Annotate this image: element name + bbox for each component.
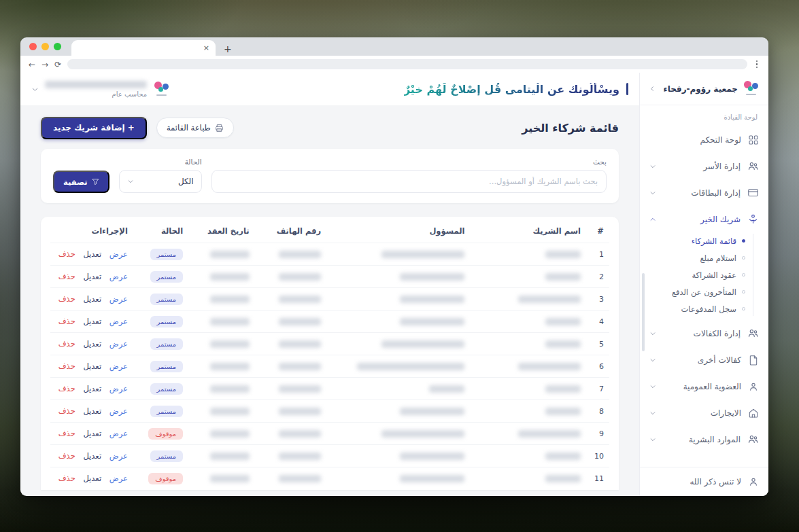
delete-link[interactable]: حذف <box>58 294 75 304</box>
delete-link[interactable]: حذف <box>58 384 75 393</box>
submenu-partnership-contracts[interactable]: عقود الشراكة <box>649 266 745 283</box>
view-link[interactable]: عرض <box>109 451 128 461</box>
bullet-icon <box>742 290 745 294</box>
url-bar[interactable] <box>67 59 747 69</box>
status-select[interactable]: الكل <box>119 170 202 193</box>
forward-icon[interactable]: → <box>41 60 48 69</box>
chevron-down-icon <box>649 410 656 416</box>
sidebar-item-other-sponsorships[interactable]: كفالات أخرى <box>649 347 759 373</box>
funnel-icon <box>92 178 99 185</box>
blurred-partner-name <box>518 296 581 303</box>
edit-link[interactable]: تعديل <box>83 249 101 259</box>
browser-menu-icon[interactable] <box>753 60 760 69</box>
submenu-late-payers[interactable]: المتأخرون عن الدفع <box>649 283 745 300</box>
submenu-payments-log[interactable]: سجل المدفوعات <box>649 300 745 317</box>
view-link[interactable]: عرض <box>109 406 128 416</box>
edit-link[interactable]: تعديل <box>83 272 101 281</box>
filter-button[interactable]: تصفية <box>53 171 109 193</box>
table-header-row: # اسم الشريك المسؤول رقم الهاتف تاريخ ال… <box>50 218 609 243</box>
delete-link[interactable]: حذف <box>58 249 75 259</box>
edit-link[interactable]: تعديل <box>83 361 101 371</box>
close-window-button[interactable] <box>29 43 37 50</box>
blurred-contract-date <box>210 453 250 460</box>
edit-link[interactable]: تعديل <box>83 339 101 349</box>
sidebar-item-general-membership[interactable]: العضوية العمومية <box>649 373 759 400</box>
sidebar-item-remembrance[interactable]: لا تنس ذكر الله <box>649 476 759 487</box>
minimize-window-button[interactable] <box>41 43 49 50</box>
maximize-window-button[interactable] <box>54 43 61 50</box>
sidebar-item-charity-partner[interactable]: شريك الخير <box>649 206 759 232</box>
view-link[interactable]: عرض <box>109 361 128 371</box>
row-number: 3 <box>586 288 609 311</box>
sidebar-item-cards[interactable]: إدارة البطاقات <box>649 179 759 206</box>
submenu-partners-list[interactable]: قائمة الشركاء <box>649 232 745 249</box>
view-link[interactable]: عرض <box>109 317 128 326</box>
edit-link[interactable]: تعديل <box>83 317 101 326</box>
edit-link[interactable]: تعديل <box>83 474 101 483</box>
user-icon <box>748 476 759 487</box>
back-icon[interactable]: ← <box>29 60 35 69</box>
reload-icon[interactable]: ⟳ <box>54 60 61 69</box>
blurred-phone <box>279 385 321 393</box>
sidebar-item-families[interactable]: إدارة الأسر <box>649 153 759 179</box>
delete-link[interactable]: حذف <box>58 317 75 326</box>
col-actions: الإجراءات <box>50 218 133 243</box>
delete-link[interactable]: حذف <box>58 474 75 483</box>
sidebar-scrollbar[interactable] <box>642 273 645 351</box>
blurred-partner-name <box>545 273 581 281</box>
sidebar-nav: لوحة القيادة لوحة التحكم إدارة الأسر إدا… <box>640 105 768 467</box>
status-badge: مستمر <box>150 361 184 372</box>
sidebar-item-rentals[interactable]: الايجارات <box>649 400 759 426</box>
view-link[interactable]: عرض <box>109 272 128 281</box>
submenu-receive-amount[interactable]: استلام مبلغ <box>649 249 745 266</box>
delete-link[interactable]: حذف <box>58 272 75 281</box>
view-link[interactable]: عرض <box>109 429 128 438</box>
sidebar-footer: لا تنس ذكر الله <box>640 467 768 496</box>
search-input[interactable] <box>211 170 607 193</box>
user-icon <box>748 381 759 392</box>
delete-link[interactable]: حذف <box>58 361 75 371</box>
row-number: 5 <box>586 333 609 355</box>
edit-link[interactable]: تعديل <box>83 294 101 304</box>
print-list-button[interactable]: طباعة القائمة <box>156 118 234 138</box>
view-link[interactable]: عرض <box>109 384 128 393</box>
sidebar-item-sponsorships[interactable]: إدارة الكفالات <box>649 320 759 347</box>
browser-tab[interactable]: × <box>71 40 216 56</box>
delete-link[interactable]: حذف <box>58 406 75 416</box>
edit-link[interactable]: تعديل <box>83 451 101 461</box>
sidebar: جمعية رؤوم-رفحاء لوحة القيادة لوحة التحك… <box>639 73 768 496</box>
add-partner-button[interactable]: + إضافة شريك جديد <box>41 117 147 139</box>
sidebar-item-human-resources[interactable]: الموارد البشرية <box>649 426 759 453</box>
blurred-manager-name <box>357 363 464 370</box>
blurred-contract-date <box>210 430 250 438</box>
delete-link[interactable]: حذف <box>58 339 75 349</box>
sidebar-collapse-icon[interactable] <box>649 85 656 92</box>
row-number: 11 <box>586 467 609 490</box>
chevron-down-icon <box>649 163 656 170</box>
user-menu[interactable]: محاسب عام <box>31 81 170 98</box>
row-number: 9 <box>586 423 609 445</box>
view-link[interactable]: عرض <box>109 474 128 483</box>
users-icon <box>747 160 759 172</box>
blurred-manager-name <box>429 385 464 393</box>
blurred-manager-name <box>381 340 464 348</box>
tab-close-icon[interactable]: × <box>203 44 209 52</box>
chevron-down-icon <box>649 190 656 196</box>
table-row: 11 موقوف عرض تعديل <box>50 467 609 490</box>
blurred-phone <box>279 453 321 460</box>
chevron-down-icon[interactable] <box>31 86 39 93</box>
view-link[interactable]: عرض <box>109 339 128 349</box>
view-link[interactable]: عرض <box>109 294 128 304</box>
view-link[interactable]: عرض <box>109 249 128 259</box>
blurred-contract-date <box>210 273 250 281</box>
sidebar-item-dashboard[interactable]: لوحة التحكم <box>649 126 759 153</box>
edit-link[interactable]: تعديل <box>83 406 101 416</box>
delete-link[interactable]: حذف <box>58 451 75 461</box>
delete-link[interactable]: حذف <box>58 429 75 438</box>
blurred-partner-name <box>518 363 581 370</box>
blurred-manager-name <box>400 273 464 281</box>
blurred-contract-date <box>210 408 250 415</box>
edit-link[interactable]: تعديل <box>83 429 101 438</box>
new-tab-button[interactable]: + <box>224 44 232 54</box>
edit-link[interactable]: تعديل <box>83 384 101 393</box>
